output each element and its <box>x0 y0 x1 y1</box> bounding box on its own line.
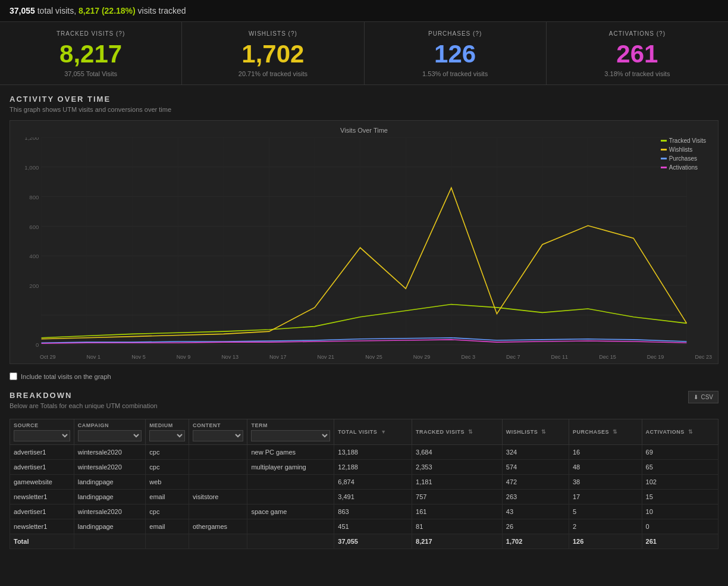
x-label: Dec 11 <box>551 354 569 360</box>
csv-button[interactable]: ⬇ CSV <box>688 391 718 403</box>
cell-term <box>247 490 334 504</box>
x-label: Oct 29 <box>40 354 56 360</box>
stat-card-tracked: TRACKED VISITS (?) 8,217 37,055 Total Vi… <box>0 22 182 84</box>
total-cell-wishlists: 1,702 <box>502 534 569 549</box>
cell-term <box>247 519 334 534</box>
cell-medium: cpc <box>146 504 189 519</box>
cell-campaign: wintersale2020 <box>74 445 145 460</box>
x-label: Dec 7 <box>506 354 520 360</box>
breakdown-header: BREAKDOWN Below are Totals for each uniq… <box>10 391 718 416</box>
cell-wishlists: 43 <box>502 504 569 519</box>
breakdown-title: BREAKDOWN <box>10 391 158 400</box>
stat-label-tracked: TRACKED VISITS (?) <box>10 30 172 37</box>
cell-tracked_visits: 2,353 <box>412 460 503 475</box>
cell-total_visits: 12,188 <box>334 460 412 475</box>
col-medium: MEDIUM <box>146 419 189 445</box>
stat-label-purchases: PURCHASES (?) <box>374 30 536 37</box>
cell-tracked_visits: 1,181 <box>412 475 503 490</box>
svg-text:200: 200 <box>29 283 39 289</box>
wishlists-sort[interactable]: ⇅ <box>541 429 547 435</box>
cell-content <box>189 504 247 519</box>
svg-text:0: 0 <box>36 341 39 348</box>
col-campaign: CAMPAIGN <box>74 419 145 445</box>
legend-label: Activations <box>669 164 698 171</box>
cell-total_visits: 6,874 <box>334 475 412 490</box>
cell-purchases: 48 <box>569 460 642 475</box>
col-total-visits: TOTAL VISITS ▼ <box>334 419 412 445</box>
stat-sub-tracked: 37,055 Total Visits <box>10 70 172 77</box>
legend-color <box>661 167 667 168</box>
chart-title: Visits Over Time <box>16 127 712 134</box>
table-row: advertiser1wintersale2020cpcmultiplayer … <box>10 460 718 475</box>
campaign-filter[interactable] <box>78 430 142 441</box>
x-label: Dec 15 <box>599 354 616 360</box>
term-filter[interactable] <box>251 430 330 441</box>
x-label: Dec 3 <box>461 354 475 360</box>
cell-term: multiplayer gaming <box>247 460 334 475</box>
cell-wishlists: 263 <box>502 490 569 504</box>
cell-medium: email <box>146 490 189 504</box>
chart-area: Tracked VisitsWishlistsPurchasesActivati… <box>16 137 712 352</box>
cell-total_visits: 3,491 <box>334 490 412 504</box>
col-source: SOURCE <box>10 419 74 445</box>
activity-subtitle: This graph shows UTM visits and conversi… <box>10 106 718 113</box>
download-icon: ⬇ <box>694 394 698 400</box>
chart-svg: 1,200 1,000 800 600 400 200 0 <box>16 137 712 352</box>
cell-tracked_visits: 757 <box>412 490 503 504</box>
x-label: Dec 19 <box>647 354 664 360</box>
table-row: gamewebsitelandingpageweb6,8741,18147238… <box>10 475 718 490</box>
table-row: newsletter1landingpageemailvisitstore3,4… <box>10 490 718 504</box>
source-filter[interactable] <box>14 430 70 441</box>
table-row: advertiser1wintersale2020cpcnew PC games… <box>10 445 718 460</box>
header-bar: 37,055 total visits, 8,217 (22.18%) visi… <box>0 0 728 22</box>
cell-source: advertiser1 <box>10 460 74 475</box>
include-total-checkbox[interactable] <box>10 372 17 380</box>
cell-activations: 69 <box>642 445 718 460</box>
stat-sub-activations: 3.18% of tracked visits <box>556 70 718 77</box>
activations-sort[interactable]: ⇅ <box>688 429 694 435</box>
cell-term <box>247 475 334 490</box>
col-content: CONTENT <box>189 419 247 445</box>
cell-source: gamewebsite <box>10 475 74 490</box>
cell-content: othergames <box>189 519 247 534</box>
x-label: Nov 21 <box>318 354 335 360</box>
legend-item: Activations <box>661 164 706 171</box>
table-total-row: Total37,0558,2171,702126261 <box>10 534 718 549</box>
cell-term: space game <box>247 504 334 519</box>
cell-medium: email <box>146 519 189 534</box>
stat-value-wishlists: 1,702 <box>192 42 354 67</box>
cell-campaign: wintersale2020 <box>74 460 145 475</box>
tracked-count: 8,217 (22.18%) <box>79 6 136 15</box>
total-label: total visits, <box>37 6 76 15</box>
legend-label: Tracked Visits <box>669 137 706 144</box>
stat-label-wishlists: WISHLISTS (?) <box>192 30 354 37</box>
col-wishlists: WISHLISTS ⇅ <box>502 419 569 445</box>
total-cell-medium <box>146 534 189 549</box>
tracked-visits-sort[interactable]: ⇅ <box>468 429 473 435</box>
content-filter[interactable] <box>193 430 243 441</box>
total-visits-count: 37,055 <box>10 6 35 15</box>
cell-content <box>189 475 247 490</box>
medium-filter[interactable] <box>149 430 185 441</box>
cell-activations: 15 <box>642 490 718 504</box>
x-label: Nov 5 <box>131 354 146 360</box>
svg-text:600: 600 <box>29 224 39 230</box>
cell-wishlists: 324 <box>502 445 569 460</box>
purchases-sort[interactable]: ⇅ <box>613 429 618 435</box>
table-header-row: SOURCE CAMPAIGN MEDIUM <box>10 419 718 445</box>
legend-label: Wishlists <box>669 146 692 153</box>
x-label: Nov 29 <box>413 354 431 360</box>
cell-purchases: 2 <box>569 519 642 534</box>
cell-campaign: landingpage <box>74 475 145 490</box>
main-content: ACTIVITY OVER TIME This graph shows UTM … <box>0 85 728 559</box>
total-cell-campaign <box>74 534 145 549</box>
cell-purchases: 38 <box>569 475 642 490</box>
x-label: Nov 9 <box>177 354 191 360</box>
include-total-label: Include total visits on the graph <box>21 373 111 380</box>
cell-activations: 65 <box>642 460 718 475</box>
total-visits-sort[interactable]: ▼ <box>381 429 386 435</box>
stat-card-activations: ACTIVATIONS (?) 261 3.18% of tracked vis… <box>547 22 728 84</box>
legend-color <box>661 140 667 142</box>
include-total-row: Include total visits on the graph <box>10 372 718 380</box>
x-label: Nov 1 <box>87 354 101 360</box>
